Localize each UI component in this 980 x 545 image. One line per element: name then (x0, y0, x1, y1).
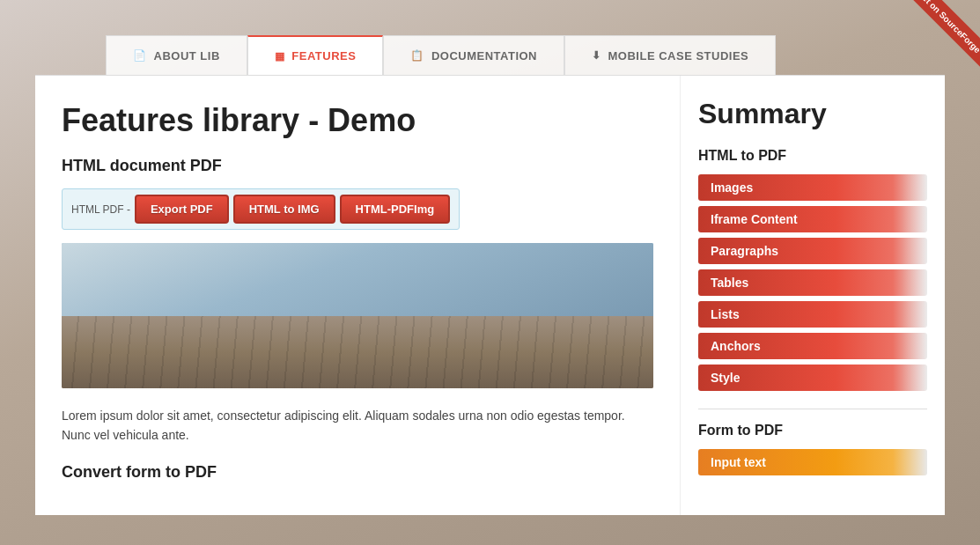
summary-item-style[interactable]: Style (698, 365, 927, 391)
left-panel: Features library - Demo HTML document PD… (35, 76, 681, 515)
summary-item-iframe[interactable]: Iframe Content (698, 206, 927, 232)
lorem-text: Lorem ipsum dolor sit amet, consectetur … (62, 406, 653, 446)
tab-mobile[interactable]: ⬇ MOBILE CASE STUDIES (564, 35, 776, 75)
tab-documentation[interactable]: 📋 DOCUMENTATION (383, 35, 564, 75)
demo-image (62, 243, 653, 388)
button-bar-label: HTML PDF - (71, 203, 130, 216)
summary-item-anchors[interactable]: Anchors (698, 333, 927, 359)
form-items-list: Input text (698, 449, 927, 475)
features-icon: ▦ (275, 50, 285, 63)
ribbon-label: Get on SourceForge (898, 0, 980, 72)
documentation-icon: 📋 (410, 49, 424, 62)
summary-item-lists[interactable]: Lists (698, 301, 927, 328)
tab-documentation-label: DOCUMENTATION (431, 49, 537, 63)
page-title: Features library - Demo (62, 102, 653, 139)
convert-title: Convert form to PDF (62, 463, 653, 482)
summary-divider (698, 409, 927, 409)
main-content: Features library - Demo HTML document PD… (35, 75, 945, 515)
html-pdf-section-title: HTML document PDF (62, 157, 653, 175)
main-navigation: 📄 ABOUT LIB ▦ FEATURES 📋 DOCUMENTATION ⬇… (0, 0, 980, 75)
tab-mobile-label: MOBILE CASE STUDIES (608, 49, 749, 63)
summary-item-tables[interactable]: Tables (698, 269, 927, 296)
html-pdfimg-button[interactable]: HTML-PDFImg (340, 195, 451, 224)
sourceforge-ribbon[interactable]: Get on SourceForge (879, 0, 980, 101)
summary-item-images[interactable]: Images (698, 174, 927, 201)
html-to-img-button[interactable]: HTML to IMG (233, 195, 335, 224)
form-to-pdf-title: Form to PDF (698, 423, 927, 438)
html-to-pdf-title: HTML to PDF (698, 148, 927, 164)
summary-items-list: Images Iframe Content Paragraphs Tables … (698, 174, 927, 391)
floor-layer (62, 316, 653, 389)
about-icon: 📄 (133, 49, 147, 62)
tab-features[interactable]: ▦ FEATURES (247, 35, 384, 75)
tab-about[interactable]: 📄 ABOUT LIB (106, 35, 247, 75)
export-pdf-button[interactable]: Export PDF (135, 195, 229, 224)
mobile-icon: ⬇ (592, 49, 601, 62)
summary-item-paragraphs[interactable]: Paragraphs (698, 238, 927, 264)
tab-about-label: ABOUT LIB (154, 49, 220, 63)
right-sidebar: Summary HTML to PDF Images Iframe Conten… (681, 76, 945, 515)
summary-item-input-text[interactable]: Input text (698, 449, 927, 475)
summary-title: Summary (698, 98, 927, 130)
tab-features-label: FEATURES (291, 49, 356, 63)
button-bar: HTML PDF - Export PDF HTML to IMG HTML-P… (62, 188, 460, 230)
